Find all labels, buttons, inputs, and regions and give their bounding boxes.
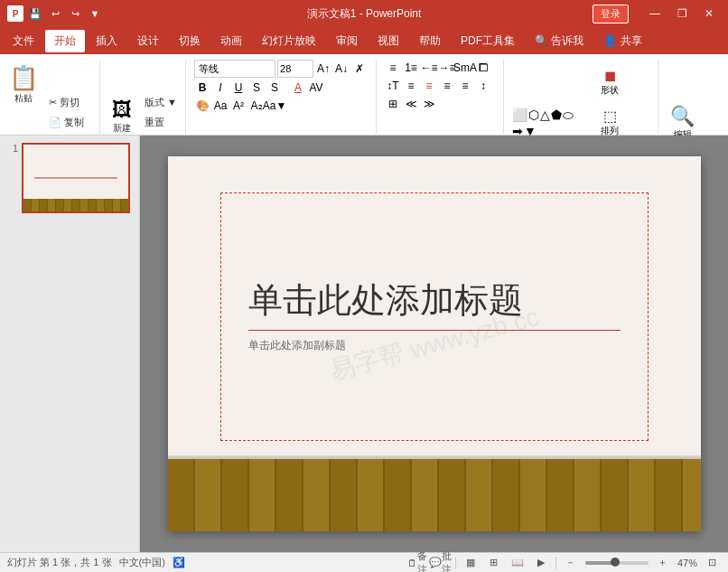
slide-thumb-line bbox=[34, 178, 118, 179]
menu-review[interactable]: 审阅 bbox=[327, 30, 367, 52]
font-color-btn[interactable]: A bbox=[290, 80, 306, 96]
menu-bar: 文件 开始 插入 设计 切换 动画 幻灯片放映 审阅 视图 帮助 PDF工具集 … bbox=[0, 27, 728, 54]
decrease-font-btn[interactable]: A↓ bbox=[333, 61, 350, 77]
menu-transition[interactable]: 切换 bbox=[170, 30, 210, 52]
line-spacing-btn[interactable]: ↕ bbox=[475, 78, 491, 94]
menu-insert[interactable]: 插入 bbox=[87, 30, 126, 52]
canvas-area[interactable]: 易字帮 www.yzb.cc 单击此处添加标题 单击此处添加副标题 bbox=[140, 136, 728, 552]
align-center-btn[interactable]: ≡ bbox=[421, 78, 437, 94]
zoom-slider[interactable] bbox=[585, 561, 649, 565]
layout-button[interactable]: 版式 ▼ bbox=[141, 94, 181, 112]
menu-design[interactable]: 设计 bbox=[128, 30, 168, 52]
clear-format-btn[interactable]: ✗ bbox=[351, 61, 368, 77]
shape-icon: ◼ bbox=[604, 67, 616, 84]
status-sep bbox=[455, 557, 456, 569]
fit-window-btn[interactable]: ⊡ bbox=[703, 556, 721, 570]
smartart-btn[interactable]: SmA bbox=[457, 60, 473, 76]
font-size-input[interactable] bbox=[277, 60, 313, 78]
menu-pdf[interactable]: PDF工具集 bbox=[452, 30, 524, 52]
notes-icon: 🗒 bbox=[407, 558, 417, 568]
slide-title[interactable]: 单击此处添加标题 bbox=[248, 280, 621, 322]
shape-item[interactable]: △ bbox=[540, 108, 550, 123]
strikethrough-btn[interactable]: S bbox=[248, 80, 265, 96]
slide-subtitle[interactable]: 单击此处添加副标题 bbox=[248, 338, 621, 353]
close-button[interactable]: ✕ bbox=[697, 5, 721, 23]
menu-slideshow[interactable]: 幻灯片放映 bbox=[253, 30, 325, 52]
bullets-btn[interactable]: ≡ bbox=[385, 60, 401, 76]
reset-button[interactable]: 重置 bbox=[141, 114, 181, 132]
font-row1: A↑ A↓ ✗ bbox=[194, 60, 368, 78]
menu-home[interactable]: 开始 bbox=[45, 30, 85, 52]
menu-file[interactable]: 文件 bbox=[4, 30, 43, 52]
undo-quick-btn[interactable]: ↩ bbox=[47, 5, 63, 22]
numbering-btn[interactable]: 1≡ bbox=[403, 60, 419, 76]
align2-btn[interactable]: ⊞ bbox=[385, 96, 401, 112]
para-row2: ↕T ≡ ≡ ≡ ≡ ↕ bbox=[385, 78, 495, 94]
slide-number: 1 bbox=[5, 143, 18, 154]
menu-help[interactable]: 帮助 bbox=[410, 30, 450, 52]
slide-thumb-container: 1 bbox=[5, 143, 134, 213]
title-bar: P 💾 ↩ ↪ ▼ 演示文稿1 - PowerPoint 登录 — ❐ ✕ bbox=[0, 0, 728, 27]
customize-quick-btn[interactable]: ▼ bbox=[87, 5, 103, 22]
decrease-indent-btn[interactable]: ←≡ bbox=[421, 60, 437, 76]
save-quick-btn[interactable]: 💾 bbox=[27, 5, 43, 22]
arrange-icon: ⬚ bbox=[603, 108, 617, 125]
status-left: 幻灯片 第 1 张，共 1 张 中文(中国) ♿ bbox=[7, 556, 185, 569]
shadow-btn[interactable]: S bbox=[266, 80, 283, 96]
change-case-btn[interactable]: Aa▼ bbox=[266, 98, 283, 114]
font-name-input[interactable] bbox=[194, 60, 275, 78]
normal-view-btn[interactable]: ▦ bbox=[462, 556, 480, 570]
slide-info: 幻灯片 第 1 张，共 1 张 bbox=[7, 556, 112, 569]
font-color2-btn[interactable]: 🎨 bbox=[194, 98, 210, 114]
shape-item[interactable]: ⬟ bbox=[551, 108, 562, 123]
bold-btn[interactable]: B bbox=[194, 80, 210, 96]
slide-sorter-btn[interactable]: ⊞ bbox=[485, 556, 503, 570]
status-sep2 bbox=[555, 557, 556, 569]
shape-item[interactable]: ⬜ bbox=[512, 108, 527, 123]
columns-btn[interactable]: ⧠ bbox=[475, 60, 491, 76]
comments-btn[interactable]: 💬 批注 bbox=[432, 556, 450, 570]
shapes-palette: ⬜ ⬡ △ ⬟ ⬭ ➡ ▼ bbox=[512, 108, 584, 138]
paste-label: 粘贴 bbox=[14, 92, 33, 105]
align-right-btn[interactable]: ≡ bbox=[439, 78, 455, 94]
slide-thumbnail[interactable] bbox=[22, 143, 130, 213]
menu-tell[interactable]: 🔍 告诉我 bbox=[526, 30, 593, 52]
paste-icon: 📋 bbox=[9, 64, 38, 92]
menu-view[interactable]: 视图 bbox=[369, 30, 408, 52]
slideshow-btn[interactable]: ▶ bbox=[532, 556, 550, 570]
accessibility-icon: ♿ bbox=[173, 557, 185, 568]
indent-left-btn[interactable]: ≪ bbox=[403, 96, 419, 112]
shape-button[interactable]: ◼ 形状 bbox=[588, 63, 631, 100]
menu-animation[interactable]: 动画 bbox=[211, 30, 251, 52]
redo-quick-btn[interactable]: ↪ bbox=[67, 5, 83, 22]
align-left-btn[interactable]: ≡ bbox=[403, 78, 419, 94]
thumb-floor bbox=[23, 199, 128, 211]
char-spacing-btn[interactable]: AV bbox=[308, 80, 324, 96]
zoom-out-btn[interactable]: － bbox=[562, 556, 580, 570]
zoom-in-btn[interactable]: ＋ bbox=[654, 556, 672, 570]
restore-button[interactable]: ❐ bbox=[670, 5, 694, 23]
justify-btn[interactable]: ≡ bbox=[457, 78, 473, 94]
shape-item[interactable]: ⬡ bbox=[528, 108, 539, 123]
menu-share[interactable]: 👤 共享 bbox=[594, 30, 650, 52]
notes-btn[interactable]: 🗒 备注 bbox=[408, 556, 426, 570]
slide-content-box[interactable]: 单击此处添加标题 单击此处添加副标题 bbox=[220, 192, 649, 441]
paste-button[interactable]: 📋 粘贴 bbox=[4, 58, 43, 110]
increase-font-btn[interactable]: A↑ bbox=[315, 61, 331, 77]
ribbon: 📋 粘贴 ✂ 剪切 📄 复制 🖌 格式刷 剪贴板 ↘ 🖼 新建 幻灯 bbox=[0, 54, 728, 136]
reading-view-btn[interactable]: 📖 bbox=[509, 556, 527, 570]
copy-button[interactable]: 📄 复制 bbox=[45, 114, 95, 132]
slide-canvas[interactable]: 易字帮 www.yzb.cc 单击此处添加标题 单击此处添加副标题 bbox=[168, 156, 701, 531]
indent-right-btn[interactable]: ≫ bbox=[421, 96, 437, 112]
login-button[interactable]: 登录 bbox=[593, 5, 629, 23]
italic-btn[interactable]: I bbox=[212, 80, 229, 96]
minimize-button[interactable]: — bbox=[643, 5, 667, 23]
font-name2-btn[interactable]: Aa bbox=[212, 98, 229, 114]
cut-button[interactable]: ✂ 剪切 bbox=[45, 94, 95, 112]
shape-item[interactable]: ⬭ bbox=[563, 108, 574, 123]
search-icon: 🔍 bbox=[670, 105, 695, 128]
underline-btn[interactable]: U bbox=[230, 80, 247, 96]
superscript-btn[interactable]: A² bbox=[230, 98, 247, 114]
text-dir-btn[interactable]: ↕T bbox=[385, 78, 401, 94]
slide-panel: 1 bbox=[0, 136, 140, 552]
